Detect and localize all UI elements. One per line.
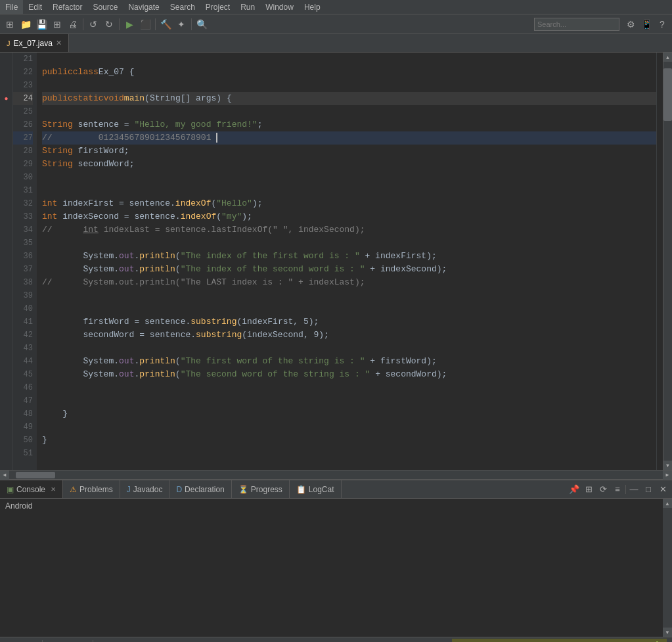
settings-button[interactable]: ⚙ bbox=[623, 17, 638, 32]
hscroll-thumb[interactable] bbox=[16, 472, 55, 478]
sep2 bbox=[119, 18, 120, 30]
debug-button[interactable]: ⬛ bbox=[138, 17, 152, 32]
search-input[interactable] bbox=[534, 18, 619, 31]
btoolbar-pin-button[interactable]: 📌 bbox=[568, 483, 581, 496]
undo-button[interactable]: ↺ bbox=[86, 17, 101, 32]
menu-project[interactable]: Project bbox=[200, 0, 235, 14]
open-button[interactable]: 📁 bbox=[18, 17, 33, 32]
hscroll-track[interactable] bbox=[9, 472, 663, 478]
progress-icon: ⏳ bbox=[238, 485, 248, 494]
menu-edit[interactable]: Edit bbox=[23, 0, 47, 14]
heap-indicator[interactable]: Heap size: 182M of total: 2133M max: 227… bbox=[452, 639, 667, 643]
hscroll-left-button[interactable]: ◀ bbox=[0, 470, 9, 480]
vscrollbar[interactable]: ▲ ▼ bbox=[663, 53, 672, 470]
scroll-down-button[interactable]: ▼ bbox=[663, 461, 672, 470]
btoolbar-close-button[interactable]: ✕ bbox=[656, 483, 669, 496]
btoolbar-sync-button[interactable]: ⟳ bbox=[596, 483, 610, 496]
menu-file[interactable]: File bbox=[0, 0, 23, 14]
tab-icon: J bbox=[7, 39, 11, 47]
btab-console-close[interactable]: ✕ bbox=[51, 486, 56, 493]
btoolbar-minimize-button[interactable]: — bbox=[627, 483, 640, 496]
code-line-35 bbox=[42, 237, 656, 250]
menu-run[interactable]: Run bbox=[235, 0, 260, 14]
code-line-26: String sentence = "Hello, my good friend… bbox=[42, 118, 656, 131]
menu-window[interactable]: Window bbox=[260, 0, 299, 14]
tab-ex07[interactable]: J Ex_07.java ✕ bbox=[0, 34, 69, 52]
btab-declaration[interactable]: D Declaration bbox=[169, 480, 231, 498]
code-line-31 bbox=[42, 184, 656, 197]
code-area[interactable]: public class Ex_07 { public static void … bbox=[37, 53, 656, 470]
help-icon[interactable]: ? bbox=[655, 17, 669, 32]
tab-close-button[interactable]: ✕ bbox=[56, 39, 62, 47]
sep4 bbox=[191, 18, 192, 30]
btab-declaration-label: Declaration bbox=[185, 485, 225, 494]
btab-problems-label: Problems bbox=[79, 485, 113, 494]
bottom-panel: ▣ Console ✕ ⚠ Problems J Javadoc D Decla… bbox=[0, 479, 672, 637]
code-line-51 bbox=[42, 447, 656, 460]
redo-button[interactable]: ↻ bbox=[102, 17, 116, 32]
btab-logcat[interactable]: 📋 LogCat bbox=[290, 480, 342, 498]
code-line-38: // System.out.println("The LAST index is… bbox=[42, 276, 656, 289]
bottom-vscrollbar[interactable]: ▲ ▼ bbox=[663, 499, 672, 637]
code-line-46 bbox=[42, 381, 656, 394]
code-line-22: public class Ex_07 { bbox=[42, 66, 656, 79]
menu-help[interactable]: Help bbox=[299, 0, 326, 14]
sep3 bbox=[155, 18, 156, 30]
print-button[interactable]: 🖨 bbox=[66, 17, 80, 32]
hscroll-right-button[interactable]: ▶ bbox=[663, 470, 672, 480]
code-line-47 bbox=[42, 394, 656, 407]
btab-console[interactable]: ▣ Console ✕ bbox=[0, 480, 63, 498]
save-button[interactable]: 💾 bbox=[34, 17, 49, 32]
btoolbar-maximize-button[interactable]: □ bbox=[642, 483, 655, 496]
code-line-27: // 0123456789012345678901 bbox=[42, 131, 656, 145]
code-line-39 bbox=[42, 289, 656, 302]
btoolbar-layout-button[interactable]: ⊞ bbox=[582, 483, 595, 496]
run-button[interactable]: ▶ bbox=[122, 17, 137, 32]
bottom-tabs: ▣ Console ✕ ⚠ Problems J Javadoc D Decla… bbox=[0, 480, 672, 499]
bscroll-up[interactable]: ▲ bbox=[663, 499, 672, 508]
android-button[interactable]: 📱 bbox=[639, 17, 654, 32]
btab-problems[interactable]: ⚠ Problems bbox=[63, 480, 120, 498]
code-line-50: } bbox=[42, 434, 656, 447]
menubar: File Edit Refactor Source Navigate Searc… bbox=[0, 0, 672, 14]
code-line-36: System.out.println("The index of the fir… bbox=[42, 250, 656, 263]
btab-javadoc[interactable]: J Javadoc bbox=[120, 480, 170, 498]
search-btn[interactable]: 🔍 bbox=[194, 17, 209, 32]
btab-javadoc-label: Javadoc bbox=[133, 485, 163, 494]
btab-progress-label: Progress bbox=[251, 485, 282, 494]
menu-navigate[interactable]: Navigate bbox=[123, 0, 164, 14]
new-button[interactable]: ⊞ bbox=[3, 17, 17, 32]
bscroll-down[interactable]: ▼ bbox=[663, 628, 672, 637]
code-line-40 bbox=[42, 302, 656, 315]
left-gutter: ● bbox=[0, 53, 13, 470]
android-label: Android bbox=[5, 501, 667, 511]
code-line-37: System.out.println("The index of the sec… bbox=[42, 263, 656, 276]
sep1 bbox=[83, 18, 83, 30]
clean-button[interactable]: ✦ bbox=[174, 17, 189, 32]
scroll-up-button[interactable]: ▲ bbox=[663, 53, 672, 62]
toolbar: ⊞ 📁 💾 ⊞ 🖨 ↺ ↻ ▶ ⬛ 🔨 ✦ 🔍 ⚙ 📱 ? bbox=[0, 14, 672, 34]
scroll-thumb[interactable] bbox=[663, 68, 672, 121]
bottom-toolbar: 📌 ⊞ ⟳ ≡ — □ ✕ bbox=[568, 483, 672, 496]
statusbar: Writable Smart Insert 27 : 50 Heap size:… bbox=[0, 637, 672, 642]
code-line-34: // int indexLast = sentence.lastIndexOf(… bbox=[42, 223, 656, 237]
logcat-icon: 📋 bbox=[296, 485, 306, 494]
code-line-33: int indexSecond = sentence.indexOf("my")… bbox=[42, 210, 656, 223]
code-line-28: String firstWord; bbox=[42, 145, 656, 158]
btoolbar-view-button[interactable]: ≡ bbox=[611, 483, 624, 496]
build-button[interactable]: 🔨 bbox=[158, 17, 173, 32]
javadoc-icon: J bbox=[127, 485, 131, 494]
hscrollbar-area[interactable]: ◀ ▶ bbox=[0, 470, 672, 479]
code-line-45: System.out.println("The second word of t… bbox=[42, 368, 656, 381]
scroll-track[interactable] bbox=[663, 62, 672, 461]
bscroll-track[interactable] bbox=[663, 508, 672, 628]
code-line-25 bbox=[42, 105, 656, 118]
save-all-button[interactable]: ⊞ bbox=[50, 17, 64, 32]
code-line-41: firstWord = sentence.substring(indexFirs… bbox=[42, 315, 656, 329]
bottom-content[interactable]: Android ▲ ▼ bbox=[0, 499, 672, 637]
btab-progress[interactable]: ⏳ Progress bbox=[232, 480, 290, 498]
menu-refactor[interactable]: Refactor bbox=[47, 0, 87, 14]
menu-source[interactable]: Source bbox=[87, 0, 123, 14]
problems-icon: ⚠ bbox=[70, 485, 77, 494]
menu-search[interactable]: Search bbox=[165, 0, 200, 14]
